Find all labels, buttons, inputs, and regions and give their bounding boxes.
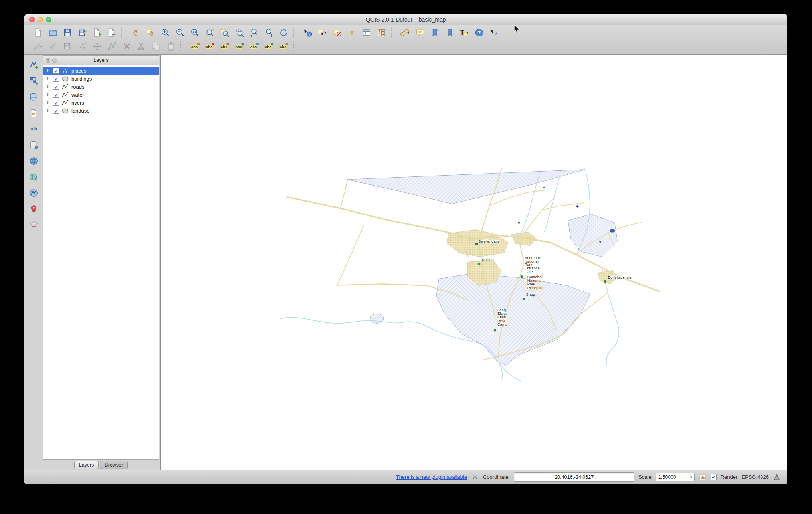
field-calculator-icon[interactable] bbox=[375, 26, 388, 39]
pan-map-icon[interactable] bbox=[129, 26, 142, 39]
add-gps-marker-layer-icon[interactable] bbox=[27, 203, 40, 215]
add-delimited-text-layer-icon[interactable]: a,b bbox=[27, 123, 40, 135]
add-wms-layer-icon[interactable] bbox=[27, 155, 40, 167]
labeling-options-icon[interactable]: abc bbox=[188, 40, 201, 53]
zoom-in-icon[interactable] bbox=[159, 26, 172, 39]
expand-arrow-icon[interactable] bbox=[47, 109, 51, 112]
select-features-icon[interactable]: ▾ bbox=[316, 26, 329, 39]
zoom-window-button[interactable] bbox=[46, 17, 51, 22]
add-wfs-layer-icon[interactable] bbox=[27, 187, 40, 199]
save-project-icon[interactable] bbox=[61, 26, 74, 39]
composer-manager-icon[interactable] bbox=[105, 26, 118, 39]
new-bookmark-icon[interactable] bbox=[428, 26, 441, 39]
plugin-icon[interactable] bbox=[471, 473, 479, 481]
zoom-native-icon[interactable]: 1:1 bbox=[188, 26, 201, 39]
titlebar[interactable]: QGIS 2.0.1-Dufour – basic_map bbox=[24, 14, 787, 25]
layer-checkbox[interactable] bbox=[53, 100, 59, 106]
show-bookmarks-icon[interactable] bbox=[443, 26, 456, 39]
render-preview-icon[interactable] bbox=[699, 473, 707, 481]
add-vector-layer-icon[interactable] bbox=[27, 59, 40, 71]
add-raster-layer-icon[interactable] bbox=[27, 75, 40, 87]
expand-arrow-icon[interactable] bbox=[47, 93, 51, 96]
pin-labels-icon[interactable]: abc bbox=[233, 40, 246, 53]
delete-selected-icon[interactable] bbox=[120, 40, 133, 53]
new-plugin-link[interactable]: There is a new plugin available bbox=[396, 474, 467, 480]
open-project-icon[interactable] bbox=[46, 26, 59, 39]
add-feature-icon[interactable] bbox=[76, 40, 89, 53]
toggle-editing-icon[interactable] bbox=[46, 40, 59, 53]
zoom-to-layer-icon[interactable] bbox=[233, 26, 246, 39]
save-project-as-icon[interactable] bbox=[76, 26, 89, 39]
crs-status[interactable]: EPSG:4326 bbox=[741, 474, 769, 480]
render-checkbox[interactable] bbox=[711, 474, 717, 480]
remove-layer-icon[interactable] bbox=[27, 219, 40, 231]
refresh-icon[interactable] bbox=[277, 26, 290, 39]
expand-arrow-icon[interactable] bbox=[47, 101, 51, 104]
new-composer-icon[interactable] bbox=[91, 26, 103, 39]
add-database-layer-icon[interactable] bbox=[27, 91, 40, 103]
layer-name[interactable]: rivers bbox=[71, 100, 84, 106]
new-project-icon[interactable] bbox=[32, 26, 44, 39]
layer-row-buildings[interactable]: buildings bbox=[43, 75, 159, 83]
expand-arrow-icon[interactable] bbox=[47, 77, 51, 80]
show-hide-labels-icon[interactable]: abc bbox=[248, 40, 260, 53]
paste-features-icon[interactable] bbox=[164, 40, 177, 53]
close-window-button[interactable] bbox=[29, 17, 35, 22]
minimize-window-button[interactable] bbox=[38, 17, 43, 22]
layer-row-places[interactable]: places bbox=[43, 67, 159, 75]
new-shapefile-layer-icon[interactable] bbox=[27, 107, 40, 119]
map-tips-icon[interactable] bbox=[414, 26, 426, 39]
copy-features-icon[interactable] bbox=[150, 40, 162, 53]
change-label-icon[interactable]: abc bbox=[262, 40, 275, 53]
attribute-table-icon[interactable] bbox=[360, 26, 373, 39]
measure-icon[interactable]: ▾ bbox=[399, 26, 412, 39]
cut-features-icon[interactable] bbox=[135, 40, 148, 53]
current-edits-icon[interactable]: ▾ bbox=[32, 40, 44, 53]
move-label-icon[interactable]: abc bbox=[203, 40, 216, 53]
label-properties-icon[interactable]: abc bbox=[277, 40, 290, 53]
rotate-label-icon[interactable]: abc bbox=[218, 40, 231, 53]
layer-name[interactable]: landuse bbox=[71, 108, 90, 114]
deselect-features-icon[interactable] bbox=[331, 26, 343, 39]
move-feature-icon[interactable] bbox=[91, 40, 103, 53]
layer-name[interactable]: roads bbox=[71, 84, 85, 90]
coordinate-input[interactable] bbox=[514, 472, 634, 482]
select-by-expression-icon[interactable]: ε bbox=[345, 26, 358, 39]
layer-row-water[interactable]: water bbox=[43, 91, 159, 99]
chevron-down-icon[interactable]: ▾ bbox=[688, 473, 694, 481]
layer-name[interactable]: places bbox=[71, 68, 87, 74]
layer-row-rivers[interactable]: rivers bbox=[43, 99, 159, 107]
identify-features-icon[interactable]: i bbox=[301, 26, 314, 39]
zoom-full-icon[interactable] bbox=[203, 26, 216, 39]
zoom-next-icon[interactable] bbox=[262, 26, 275, 39]
layer-checkbox[interactable] bbox=[53, 68, 59, 74]
zoom-out-icon[interactable] bbox=[174, 26, 186, 39]
text-annotation-icon[interactable]: T▾ bbox=[458, 26, 471, 39]
crs-icon[interactable] bbox=[773, 473, 781, 481]
panel-close-icon[interactable]: ✕ bbox=[46, 58, 50, 63]
layer-row-roads[interactable]: roads bbox=[43, 83, 159, 91]
map-canvas[interactable]: Swellendam Railton Bontebok National Par… bbox=[160, 55, 787, 470]
layer-name[interactable]: buildings bbox=[71, 76, 92, 82]
add-wcs-layer-icon[interactable] bbox=[27, 171, 40, 183]
whats-this-icon[interactable]: ? bbox=[487, 26, 500, 39]
pan-to-selection-icon[interactable] bbox=[144, 26, 157, 39]
layer-checkbox[interactable] bbox=[53, 108, 59, 114]
layer-name[interactable]: water bbox=[71, 92, 84, 98]
expand-arrow-icon[interactable] bbox=[47, 69, 51, 72]
panel-float-icon[interactable]: ◦ bbox=[52, 58, 57, 63]
help-icon[interactable]: ? bbox=[473, 26, 485, 39]
scale-combo[interactable]: 1:50000 ▾ bbox=[656, 473, 695, 481]
layer-checkbox[interactable] bbox=[53, 84, 59, 90]
expand-arrow-icon[interactable] bbox=[47, 85, 51, 88]
add-spatialite-layer-icon[interactable] bbox=[27, 139, 40, 151]
tab-layers[interactable]: Layers bbox=[74, 461, 99, 469]
zoom-to-selection-icon[interactable] bbox=[218, 26, 231, 39]
save-layer-edits-icon[interactable] bbox=[61, 40, 74, 53]
layer-row-landuse[interactable]: landuse bbox=[43, 107, 159, 115]
layer-checkbox[interactable] bbox=[53, 76, 59, 82]
zoom-last-icon[interactable] bbox=[248, 26, 260, 39]
node-tool-icon[interactable] bbox=[105, 40, 118, 53]
tab-browser[interactable]: Browser bbox=[100, 461, 128, 469]
layer-checkbox[interactable] bbox=[53, 92, 59, 98]
